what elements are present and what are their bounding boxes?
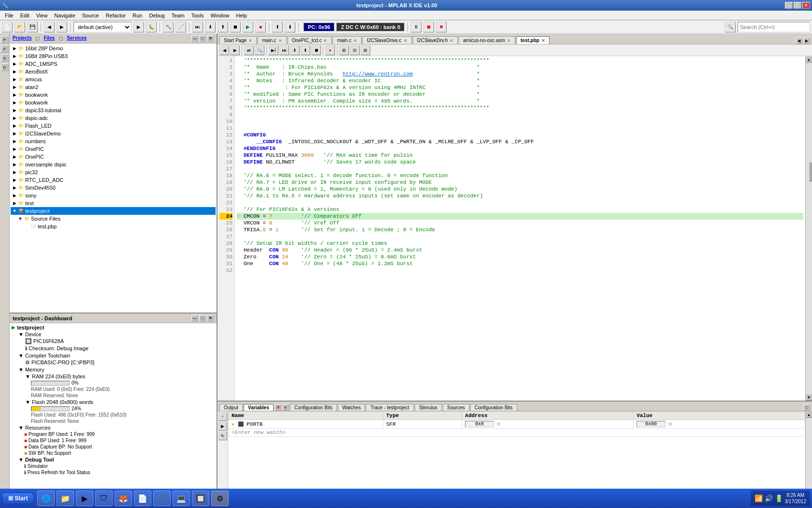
download-button[interactable]: ⬇ <box>285 22 295 32</box>
ed-extra-2[interactable]: ⊟ <box>350 45 360 55</box>
stop-button[interactable]: ■ <box>255 22 266 32</box>
watch-refresh-icon[interactable]: ↻ <box>218 432 227 440</box>
code-content[interactable]: '***************************************… <box>235 56 805 401</box>
run-button[interactable]: ▶ <box>133 22 144 32</box>
list-item[interactable]: ▶📁OnePIC <box>11 145 216 153</box>
disconnect-button[interactable]: ✖ <box>436 22 447 32</box>
url-link[interactable]: http://www.rentron.com <box>343 71 413 77</box>
list-item-testpbp[interactable]: 📄test.pbp <box>11 223 216 230</box>
list-item[interactable]: ⚙ PICBASIC-PRO [C:\PBP3] <box>11 359 216 366</box>
search-input[interactable] <box>738 22 810 32</box>
minimize-button[interactable]: — <box>785 2 793 9</box>
nav-projects-icon[interactable]: P <box>1 36 9 44</box>
ed-run-to-cursor[interactable]: ▶| <box>269 45 278 55</box>
taskbar-music-icon[interactable]: 🎵 <box>153 491 171 506</box>
panel-minimize-btn[interactable]: — <box>191 35 198 42</box>
save-button[interactable]: 💾 <box>27 22 38 32</box>
ed-forward-btn[interactable]: ▶ <box>230 45 240 55</box>
taskbar-shield-icon[interactable]: 🛡 <box>95 491 113 506</box>
ed-extra-3[interactable]: ⊞ <box>361 45 370 55</box>
start-button[interactable]: ⊞ Start <box>2 493 34 504</box>
tab-variables[interactable]: Variables <box>244 404 274 411</box>
scrollbar-thumb[interactable] <box>809 162 812 181</box>
halt-button[interactable]: ⏸ <box>411 22 421 32</box>
tab-close-icon[interactable]: ✕ <box>507 38 511 43</box>
ed-step-over[interactable]: ⏭ <box>279 45 289 55</box>
menu-help[interactable]: Help <box>233 12 250 19</box>
menu-tools[interactable]: Tools <box>188 12 207 19</box>
watch-run-icon[interactable]: ▶ <box>218 422 227 431</box>
tab-projects[interactable]: Projects <box>13 35 31 42</box>
watch-add-icon[interactable]: + <box>218 412 227 421</box>
list-item[interactable]: ▶📁bookwork <box>11 99 216 106</box>
tab-close-icon[interactable]: ✕ <box>323 38 327 43</box>
tab-close-icon[interactable]: ✕ <box>278 38 282 43</box>
tab-scroll-right[interactable]: ▶ <box>803 37 810 44</box>
list-item[interactable]: ▶📁oversample dspic <box>11 161 216 168</box>
list-item[interactable]: ▼ Flash 2048 (0x800) words <box>11 399 216 405</box>
step-over-button[interactable]: ⏭ <box>192 22 203 32</box>
output-scrollbar[interactable]: ▲ ▼ <box>805 411 812 497</box>
tab-main-c-1[interactable]: main.c ✕ <box>258 36 286 44</box>
taskbar-explorer-icon[interactable]: 📁 <box>57 491 74 506</box>
dashboard-minimize-btn[interactable]: — <box>191 315 198 322</box>
tab-i2cslavedrive[interactable]: I2CSlaveDrive.c ✕ <box>362 36 412 44</box>
panel-close-btn[interactable]: ✕ <box>207 35 214 42</box>
panel-maximize-btn[interactable]: □ <box>199 35 206 42</box>
ed-bp-toggle[interactable]: ● <box>325 45 335 55</box>
open-button[interactable]: 📂 <box>14 22 25 32</box>
tab-sources[interactable]: Sources <box>443 404 469 411</box>
step-into-button[interactable]: ⬇ <box>205 22 216 32</box>
dashboard-close-btn[interactable]: ✕ <box>207 315 214 322</box>
list-item[interactable]: ▶📁I2CSlaveDemo <box>11 130 216 137</box>
new-watch-cell[interactable]: <Enter new watch> <box>229 429 805 437</box>
list-item[interactable]: ▶📁bookwork <box>11 91 216 99</box>
maximize-button[interactable]: □ <box>794 2 801 9</box>
forward-button[interactable]: ▶ <box>57 22 67 32</box>
list-item[interactable]: ℹ Checksum: Debug Image <box>11 345 216 352</box>
list-item[interactable]: ▼ Debug Tool <box>11 456 216 463</box>
taskbar-pickit-icon[interactable]: 🔲 <box>192 491 209 506</box>
list-item[interactable]: ▶📁ADC_1MSPS <box>11 60 216 68</box>
taskbar-ie-icon[interactable]: 🌐 <box>37 491 55 506</box>
build-all-button[interactable]: 🔨 <box>163 22 174 32</box>
list-item[interactable]: ▶📁numbers <box>11 137 216 145</box>
tab-output[interactable]: Output <box>219 404 243 411</box>
list-item[interactable]: ▼ Device <box>11 331 216 338</box>
menu-refactor[interactable]: Refactor <box>103 12 129 19</box>
tab-start-page[interactable]: Start Page ✕ <box>219 36 257 44</box>
list-item[interactable]: ▼ Resources <box>11 424 216 431</box>
taskbar-mplab-icon[interactable]: ⚙ <box>211 491 229 506</box>
ed-step-into[interactable]: ⬇ <box>290 45 300 55</box>
list-item[interactable]: ▶📁16Bit 28Pin USB3 <box>11 52 216 60</box>
tab-services[interactable]: Services <box>67 35 87 42</box>
output-scroll-up[interactable]: ▲ <box>806 411 812 418</box>
ed-toggle-btn[interactable]: ⇄ <box>244 45 254 55</box>
tab-close-icon[interactable]: ✕ <box>541 38 545 43</box>
reset-button[interactable]: ⏹ <box>230 22 241 32</box>
list-item[interactable]: ▶📁16bit 28P Demo <box>11 45 216 52</box>
continue-button[interactable]: ▶ <box>243 22 253 32</box>
clean-button[interactable]: 🧹 <box>175 22 186 32</box>
halt2-button[interactable]: ⏹ <box>423 22 434 32</box>
menu-source[interactable]: Source <box>79 12 102 19</box>
list-item[interactable]: ▶📁SimDev4550 <box>11 184 216 192</box>
taskbar-computer-icon[interactable]: 💻 <box>173 491 190 506</box>
list-item[interactable]: ▶📁OnePIC <box>11 153 216 161</box>
table-row-new-watch[interactable]: <Enter new watch> <box>229 429 805 437</box>
menu-window[interactable]: Window <box>207 12 232 19</box>
step-out-button[interactable]: ⬆ <box>218 22 228 32</box>
menu-navigate[interactable]: Navigate <box>51 12 78 19</box>
list-item[interactable]: ▶📁atan2 <box>11 83 216 91</box>
list-item[interactable]: ▼ Memory <box>11 366 216 373</box>
tab-config-bits-2[interactable]: Configuration Bits <box>470 404 517 411</box>
tab-close-icon[interactable]: ✕ <box>404 38 407 43</box>
new-button[interactable]: 📄 <box>2 22 13 32</box>
tab-config-bits[interactable]: Configuration Bits <box>290 404 337 411</box>
list-item[interactable]: ▶📁Flash_LED <box>11 122 216 130</box>
tab-onepic-lcd[interactable]: OnePIC_lcd.c ✕ <box>288 36 332 44</box>
tab-settings-btn[interactable]: ≡ <box>282 404 289 411</box>
list-item[interactable]: ▶ testproject <box>11 324 216 331</box>
tab-main-c-2[interactable]: main.c ✕ <box>333 36 361 44</box>
list-item[interactable]: ▶📁dspic33-tutorial <box>11 106 216 114</box>
